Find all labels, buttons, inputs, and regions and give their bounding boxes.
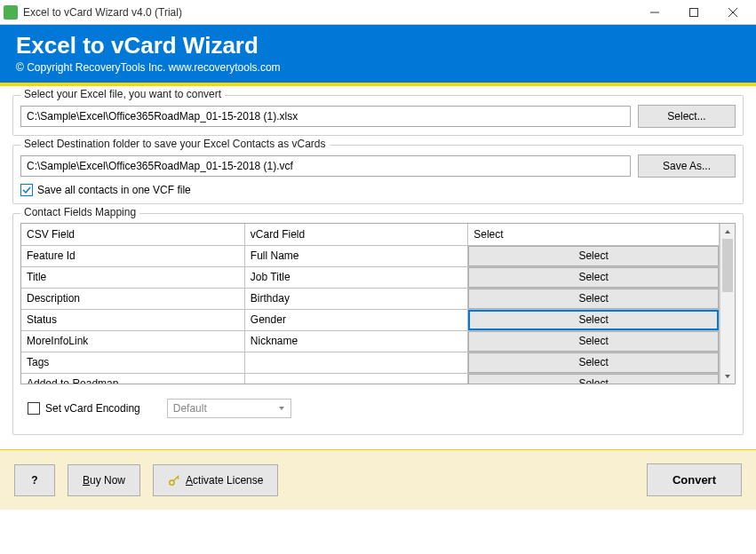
row-select-button[interactable]: Select <box>468 246 719 266</box>
close-button[interactable] <box>713 0 752 25</box>
select-cell: Select <box>468 288 720 309</box>
window-title: Excel to vCard Wizard v4.0 (Trial) <box>23 6 635 19</box>
app-icon <box>4 5 18 20</box>
minimize-button[interactable] <box>635 0 674 25</box>
mapping-table: CSV Field vCard Field Select Feature IdF… <box>21 224 720 384</box>
encoding-dropdown[interactable]: Default <box>167 399 291 418</box>
footer-bar: ? Buy Now Activate License Convert <box>0 449 756 510</box>
save-as-button[interactable]: Save As... <box>638 154 736 178</box>
activate-license-button[interactable]: Activate License <box>153 464 278 496</box>
scroll-thumb[interactable] <box>722 239 733 292</box>
destination-group: Select Destination folder to save your E… <box>12 145 744 204</box>
row-select-button[interactable]: Select <box>468 267 719 288</box>
svg-marker-6 <box>279 407 284 410</box>
csv-cell: Description <box>21 288 244 309</box>
vcard-cell <box>244 352 467 373</box>
svg-marker-4 <box>725 230 730 233</box>
table-row: StatusGenderSelect <box>21 309 720 330</box>
row-select-button[interactable]: Select <box>468 374 719 384</box>
svg-line-9 <box>178 477 179 479</box>
table-row: Added to RoadmapSelect <box>21 373 720 384</box>
source-legend: Select your Excel file, you want to conv… <box>20 88 225 100</box>
mapping-table-wrap: CSV Field vCard Field Select Feature IdF… <box>20 223 736 384</box>
csv-cell: MoreInfoLink <box>21 330 244 352</box>
destination-legend: Select Destination folder to save your E… <box>20 138 330 150</box>
svg-rect-1 <box>690 8 698 16</box>
vcard-cell: Nickname <box>244 330 467 352</box>
table-scrollbar[interactable] <box>720 224 735 384</box>
table-row: TagsSelect <box>21 352 720 373</box>
table-row: Feature IdFull NameSelect <box>21 245 720 266</box>
source-file-group: Select your Excel file, you want to conv… <box>12 95 744 136</box>
vcard-cell <box>244 373 467 384</box>
header-banner: Excel to vCard Wizard © Copyright Recove… <box>0 25 756 86</box>
col-select[interactable]: Select <box>468 224 720 245</box>
titlebar: Excel to vCard Wizard v4.0 (Trial) <box>0 0 756 25</box>
row-select-button[interactable]: Select <box>468 289 719 309</box>
vcard-cell: Gender <box>244 309 467 330</box>
scroll-down-icon[interactable] <box>720 368 735 384</box>
chevron-down-icon <box>278 405 285 412</box>
app-subtitle: © Copyright RecoveryTools Inc. www.recov… <box>16 61 740 74</box>
encoding-value: Default <box>173 402 207 415</box>
table-row: TitleJob TitleSelect <box>21 266 720 288</box>
col-vcard[interactable]: vCard Field <box>244 224 467 245</box>
csv-cell: Title <box>21 266 244 288</box>
content-area: Select your Excel file, you want to conv… <box>0 86 756 449</box>
col-csv[interactable]: CSV Field <box>21 224 244 245</box>
destination-path-input[interactable] <box>20 155 631 177</box>
buy-now-button[interactable]: Buy Now <box>68 464 140 496</box>
encoding-row: Set vCard Encoding Default <box>20 384 736 429</box>
mapping-legend: Contact Fields Mapping <box>20 206 139 218</box>
help-button[interactable]: ? <box>14 464 55 496</box>
vcard-cell: Birthday <box>244 288 467 309</box>
maximize-button[interactable] <box>674 0 713 25</box>
select-cell: Select <box>468 309 720 330</box>
vcard-cell: Full Name <box>244 245 467 266</box>
row-select-button[interactable]: Select <box>468 310 719 330</box>
select-source-button[interactable]: Select... <box>638 105 736 128</box>
source-path-input[interactable] <box>20 106 631 127</box>
table-row: MoreInfoLinkNicknameSelect <box>21 330 720 352</box>
select-cell: Select <box>468 245 720 266</box>
csv-cell: Status <box>21 309 244 330</box>
select-cell: Select <box>468 373 720 384</box>
row-select-button[interactable]: Select <box>468 352 719 373</box>
save-all-label: Save all contacts in one VCF file <box>37 184 191 196</box>
svg-marker-5 <box>725 375 730 378</box>
encoding-label: Set vCard Encoding <box>45 402 140 415</box>
encoding-checkbox[interactable] <box>28 402 40 415</box>
convert-button[interactable]: Convert <box>647 463 742 496</box>
app-title: Excel to vCard Wizard <box>16 32 740 59</box>
csv-cell: Tags <box>21 352 244 373</box>
save-all-checkbox[interactable] <box>20 184 33 196</box>
row-select-button[interactable]: Select <box>468 331 719 352</box>
csv-cell: Added to Roadmap <box>21 373 244 384</box>
select-cell: Select <box>468 352 720 373</box>
key-icon <box>168 474 180 487</box>
csv-cell: Feature Id <box>21 245 244 266</box>
scroll-up-icon[interactable] <box>720 224 735 239</box>
select-cell: Select <box>468 330 720 352</box>
mapping-group: Contact Fields Mapping CSV Field vCard F… <box>12 213 744 435</box>
vcard-cell: Job Title <box>244 266 467 288</box>
select-cell: Select <box>468 266 720 288</box>
table-row: DescriptionBirthdaySelect <box>21 288 720 309</box>
